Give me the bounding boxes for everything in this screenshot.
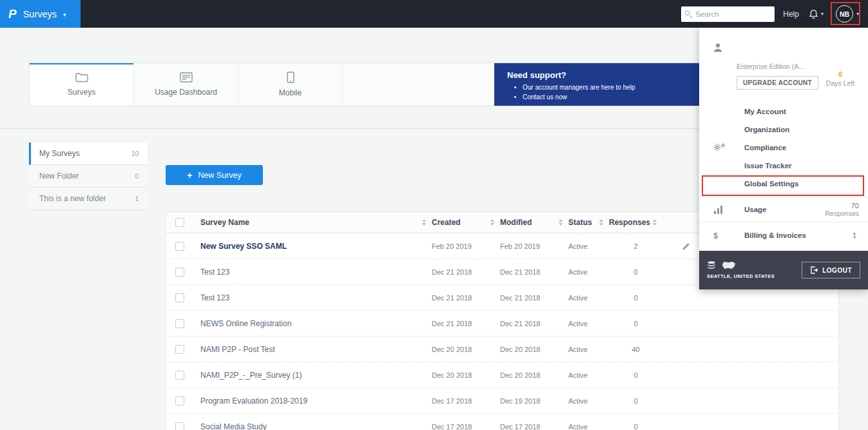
mobile-icon	[287, 72, 294, 83]
account-menu-items: My Account Organization Compliance Issue…	[699, 99, 868, 193]
plus-icon: +	[187, 170, 192, 181]
account-menu-button[interactable]: NB ▾	[836, 5, 859, 23]
sidebar-item-new-folder[interactable]: New Folder 0	[29, 165, 148, 188]
select-all-checkbox[interactable]	[175, 218, 184, 227]
usage-unit: Responses	[825, 210, 859, 217]
sort-icon[interactable]	[559, 219, 563, 226]
surveys-dashboard-page: P Surveys ▾ Help ▾ NB ▾	[0, 0, 868, 430]
row-checkbox[interactable]	[175, 371, 184, 380]
usage-value: 70	[825, 202, 859, 210]
product-switcher[interactable]: P Surveys ▾	[0, 0, 81, 28]
row-checkbox[interactable]	[175, 293, 184, 302]
edit-pencil-icon[interactable]	[682, 242, 691, 251]
row-checkbox[interactable]	[175, 396, 184, 406]
created-cell: Dec 21 2018	[432, 320, 500, 327]
modified-cell: Dec 20 2018	[500, 371, 568, 379]
menu-item-my-account[interactable]: My Account	[699, 103, 868, 121]
chevron-icon: ▾	[856, 11, 859, 17]
survey-name-link[interactable]: Social Media Study	[200, 422, 267, 430]
sort-icon[interactable]	[422, 219, 426, 226]
days-left-value: 0	[819, 70, 862, 78]
row-checkbox[interactable]	[175, 319, 184, 328]
status-cell: Active	[568, 371, 609, 379]
created-cell: Dec 17 2018	[432, 423, 500, 430]
account-footer: SEATTLE, UNITED STATES LOGOUT	[699, 251, 868, 289]
table-row[interactable]: NAMI P2P - Post Test Dec 20 2018 Dec 20 …	[166, 337, 838, 362]
menu-item-organization[interactable]: Organization	[699, 121, 868, 139]
folder-label: New Folder	[39, 171, 79, 181]
table-row[interactable]: Program Evaluation 2018-2019 Dec 17 2018…	[166, 388, 838, 414]
sort-icon[interactable]	[490, 219, 494, 226]
menu-item-usage[interactable]: Usage 70 Responses	[699, 197, 868, 222]
menu-item-label: Organization	[744, 126, 789, 133]
sidebar-item-my-surveys[interactable]: My Surveys 10	[29, 142, 148, 165]
menu-item-label: Compliance	[744, 144, 786, 151]
global-search[interactable]	[681, 6, 775, 22]
row-checkbox[interactable]	[175, 268, 184, 277]
help-link[interactable]: Help	[783, 10, 799, 19]
upgrade-account-button[interactable]: UPGRADE ACCOUNT	[737, 76, 818, 90]
status-cell: Active	[568, 268, 609, 276]
search-input[interactable]	[695, 10, 771, 18]
folder-count: 10	[131, 150, 139, 157]
status-cell: Active	[568, 320, 609, 327]
responses-cell: 0	[609, 371, 662, 379]
datacenter-icon	[707, 261, 716, 269]
status-cell: Active	[568, 346, 609, 353]
sort-icon[interactable]	[653, 219, 657, 226]
survey-name-link[interactable]: NAMI_P2P_-_Pre_Survey (1)	[200, 371, 302, 380]
product-label: Surveys	[23, 9, 57, 19]
table-row[interactable]: NEWS Online Registration Dec 21 2018 Dec…	[166, 311, 838, 337]
responses-cell: 2	[609, 242, 662, 250]
menu-item-label: Global Settings	[744, 180, 798, 188]
tab-label: Usage Dashboard	[155, 88, 217, 97]
survey-name-link[interactable]: Test 123	[200, 268, 229, 277]
avatar[interactable]: NB	[836, 5, 853, 23]
topbar-right: Help ▾ NB ▾	[681, 5, 868, 23]
menu-item-billing-invoices[interactable]: $ Billing & Invoices 1	[699, 222, 868, 248]
table-row[interactable]: NAMI_P2P_-_Pre_Survey (1) Dec 20 2018 De…	[166, 362, 838, 388]
top-bar: P Surveys ▾ Help ▾ NB ▾	[0, 0, 868, 28]
survey-name-link[interactable]: New Survey SSO SAML	[200, 242, 287, 251]
billing-label: Billing & Invoices	[744, 231, 806, 239]
folder-count: 0	[135, 173, 139, 180]
tab-label: Mobile	[279, 88, 302, 97]
created-cell: Dec 20 2018	[432, 371, 500, 379]
sort-icon[interactable]	[599, 219, 603, 226]
new-survey-button[interactable]: + New Survey	[166, 165, 263, 185]
menu-item-global-settings[interactable]: Global Settings	[699, 175, 868, 193]
modified-cell: Dec 19 2018	[500, 397, 568, 405]
survey-name-link[interactable]: Test 123	[200, 293, 229, 302]
folder-count: 1	[135, 195, 139, 202]
survey-name-link[interactable]: NEWS Online Registration	[200, 319, 291, 328]
user-icon	[712, 42, 724, 54]
sidebar-item-this-is-a-new-folder[interactable]: This is a new folder 1	[29, 188, 148, 210]
search-icon	[685, 10, 692, 17]
notifications-button[interactable]: ▾	[809, 9, 824, 19]
status-cell: Active	[568, 294, 609, 302]
survey-name-link[interactable]: Program Evaluation 2018-2019	[200, 396, 307, 406]
menu-item-issue-tracker[interactable]: Issue Tracker	[699, 157, 868, 175]
row-checkbox[interactable]	[175, 422, 184, 430]
modified-cell: Dec 21 2018	[500, 294, 568, 302]
row-checkbox[interactable]	[175, 242, 184, 251]
menu-item-compliance[interactable]: Compliance	[699, 139, 868, 157]
survey-name-link[interactable]: NAMI P2P - Post Test	[200, 345, 275, 354]
folder-label: My Surveys	[39, 149, 80, 158]
logout-button[interactable]: LOGOUT	[802, 262, 860, 279]
tab-usage-dashboard[interactable]: Usage Dashboard	[134, 63, 238, 106]
tab-surveys[interactable]: Surveys	[30, 63, 134, 106]
row-checkbox[interactable]	[175, 345, 184, 354]
dollar-icon: $	[713, 231, 718, 240]
chevron-down-icon: ▾	[821, 11, 824, 17]
days-left: 0 Days Left	[819, 41, 862, 90]
column-modified: Modified	[500, 218, 532, 227]
modified-cell: Dec 20 2018	[500, 346, 568, 353]
modified-cell: Dec 17 2018	[500, 423, 568, 430]
tab-mobile[interactable]: Mobile	[238, 63, 343, 106]
folder-icon	[75, 72, 88, 83]
responses-cell: 0	[609, 320, 662, 327]
dashboard-icon	[180, 72, 193, 83]
table-row[interactable]: Social Media Study Dec 17 2018 Dec 17 20…	[166, 414, 838, 430]
created-cell: Feb 20 2019	[432, 242, 500, 250]
